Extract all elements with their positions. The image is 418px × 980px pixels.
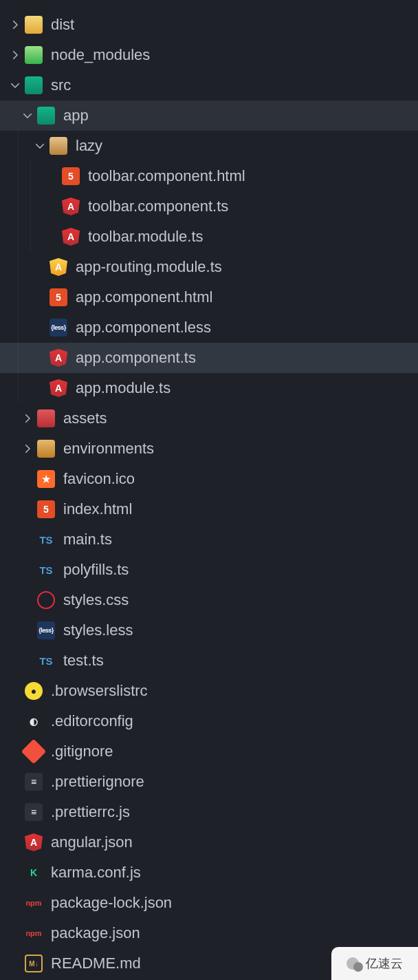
npm-icon: npm [25, 894, 43, 912]
tree-item[interactable]: Atoolbar.module.ts [0, 222, 418, 252]
chevron-right-icon[interactable] [6, 19, 25, 31]
npm-icon: npm [25, 924, 43, 942]
tree-item-label: test.ts [63, 652, 104, 670]
tree-item[interactable]: TSmain.ts [0, 524, 418, 555]
indent [0, 191, 43, 222]
folder-lazy-icon [50, 137, 67, 155]
tree-item[interactable]: ●.browserslistrc [0, 676, 418, 706]
tree-item[interactable]: {less}styles.less [0, 615, 418, 646]
tree-item[interactable]: Atoolbar.component.ts [0, 191, 418, 222]
prettier-icon: ≡ [25, 773, 43, 791]
tree-item[interactable]: TSpolyfills.ts [0, 555, 418, 585]
tree-item[interactable]: Aapp.component.ts [0, 343, 418, 373]
karma-icon: K [25, 864, 43, 882]
fav-icon: ★ [37, 470, 55, 488]
css-icon [37, 591, 55, 609]
tree-item-label: karma.conf.js [51, 864, 141, 882]
tree-item[interactable]: Kkarma.conf.js [0, 858, 418, 888]
indent [0, 161, 43, 191]
html-icon: 5 [50, 288, 67, 306]
tree-item-label: app.component.ts [76, 349, 196, 367]
chevron-right-icon[interactable] [18, 443, 37, 455]
less-icon: {less} [50, 319, 67, 337]
tree-item[interactable]: 5toolbar.component.html [0, 161, 418, 191]
tree-item-label: .browserslistrc [51, 682, 148, 700]
tree-item-label: README.md [51, 955, 141, 972]
chevron-down-icon[interactable] [6, 79, 25, 92]
folder-assets-icon [37, 409, 55, 427]
chevron-down-icon[interactable] [18, 109, 37, 122]
less-icon: {less} [37, 621, 55, 639]
chevron-right-icon[interactable] [18, 412, 37, 425]
html-icon: 5 [62, 167, 80, 185]
indent [0, 282, 30, 312]
indent [0, 615, 18, 646]
tree-item[interactable]: npmpackage-lock.json [0, 888, 418, 918]
file-tree[interactable]: distnode_modulessrcapplazy5toolbar.compo… [0, 0, 418, 979]
watermark-icon [346, 955, 363, 972]
angular-ts-icon: A [50, 379, 67, 397]
tree-item[interactable]: ★favicon.ico [0, 464, 418, 494]
tree-item[interactable]: src [0, 70, 418, 100]
indent [0, 434, 18, 464]
tree-item[interactable]: environments [0, 434, 418, 464]
tree-item[interactable]: dist [0, 10, 418, 40]
indent [0, 343, 30, 373]
tree-item-label: toolbar.component.ts [88, 198, 228, 215]
tree-item-label: assets [63, 409, 107, 427]
tree-item[interactable]: ≡.prettierrc.js [0, 797, 418, 827]
tree-item[interactable]: TStest.ts [0, 646, 418, 676]
tree-item-label: app.component.html [76, 288, 212, 306]
tree-item-label: styles.css [63, 591, 129, 609]
tree-item[interactable]: assets [0, 403, 418, 434]
tree-item[interactable]: app [0, 100, 418, 131]
prettier-icon: ≡ [25, 803, 43, 821]
tree-item[interactable]: ◐.editorconfig [0, 706, 418, 736]
tree-item[interactable]: lazy [0, 131, 418, 161]
tree-item[interactable]: 5app.component.html [0, 282, 418, 312]
angular-ts-icon: A [62, 198, 80, 215]
indent [0, 312, 30, 343]
tree-item-label: angular.json [51, 833, 133, 851]
tree-item-label: app.component.less [76, 319, 211, 337]
folder-env-icon [37, 440, 55, 458]
tree-item-label: package-lock.json [51, 894, 172, 912]
folder-node-icon [25, 46, 43, 64]
tree-item[interactable]: Aapp.module.ts [0, 373, 418, 403]
tree-item-label: favicon.ico [63, 470, 135, 488]
chevron-right-icon[interactable] [6, 49, 25, 61]
folder-dist-icon [25, 16, 43, 34]
tree-item-label: package.json [51, 924, 140, 942]
tree-item[interactable]: ≡.prettierignore [0, 767, 418, 797]
tree-item[interactable]: Aapp-routing.module.ts [0, 252, 418, 282]
tree-item[interactable]: .gitignore [0, 736, 418, 767]
indent [0, 524, 18, 555]
md-icon: M↓ [25, 955, 43, 972]
tree-item[interactable]: node_modules [0, 40, 418, 70]
tree-item-label: .prettierrc.js [51, 803, 130, 821]
tree-item-label: lazy [76, 137, 102, 155]
tree-item[interactable]: {less}app.component.less [0, 312, 418, 343]
indent [0, 585, 18, 615]
tree-item-label: environments [63, 440, 154, 458]
tree-item[interactable]: npmpackage.json [0, 918, 418, 948]
ts-icon: TS [37, 561, 55, 579]
angular-ts-icon: A [62, 228, 80, 246]
watermark-text: 亿速云 [366, 955, 403, 972]
tree-item[interactable]: styles.css [0, 585, 418, 615]
indent [0, 131, 30, 161]
tree-item-label: node_modules [51, 46, 150, 64]
tree-item-label: app-routing.module.ts [76, 258, 222, 276]
tree-item-label: toolbar.module.ts [88, 228, 204, 246]
git-icon [21, 739, 47, 765]
tree-item[interactable]: Aangular.json [0, 827, 418, 858]
angular-mod-icon: A [50, 258, 67, 276]
tree-item-label: .gitignore [51, 743, 113, 760]
tree-item[interactable]: 5index.html [0, 494, 418, 524]
tree-item-label: styles.less [63, 621, 133, 639]
indent [0, 222, 43, 252]
tree-item-label: polyfills.ts [63, 561, 129, 579]
tree-item-label: .editorconfig [51, 712, 133, 730]
chevron-down-icon[interactable] [30, 140, 50, 152]
browserslist-icon: ● [25, 682, 43, 700]
